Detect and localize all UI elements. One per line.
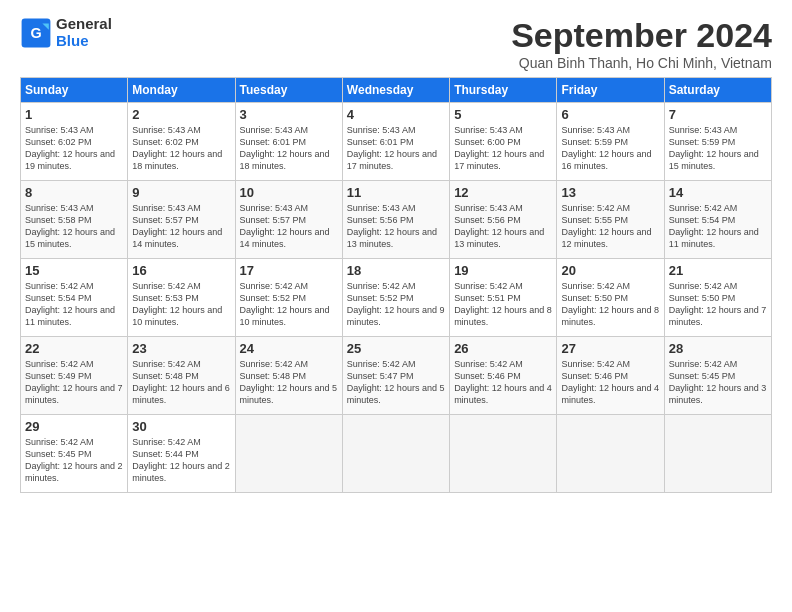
table-row: 8Sunrise: 5:43 AMSunset: 5:58 PMDaylight… [21,181,128,259]
title-area: September 2024 Quan Binh Thanh, Ho Chi M… [511,16,772,71]
day-info: Sunrise: 5:42 AMSunset: 5:52 PMDaylight:… [240,280,338,329]
table-row: 12Sunrise: 5:43 AMSunset: 5:56 PMDayligh… [450,181,557,259]
day-number: 7 [669,107,767,122]
table-row: 30Sunrise: 5:42 AMSunset: 5:44 PMDayligh… [128,415,235,493]
day-info: Sunrise: 5:43 AMSunset: 5:57 PMDaylight:… [132,202,230,251]
table-row [450,415,557,493]
day-info: Sunrise: 5:43 AMSunset: 5:58 PMDaylight:… [25,202,123,251]
svg-text:G: G [30,24,41,40]
calendar-week-row: 8Sunrise: 5:43 AMSunset: 5:58 PMDaylight… [21,181,772,259]
table-row: 15Sunrise: 5:42 AMSunset: 5:54 PMDayligh… [21,259,128,337]
day-info: Sunrise: 5:42 AMSunset: 5:46 PMDaylight:… [454,358,552,407]
day-info: Sunrise: 5:42 AMSunset: 5:55 PMDaylight:… [561,202,659,251]
table-row: 10Sunrise: 5:43 AMSunset: 5:57 PMDayligh… [235,181,342,259]
day-number: 6 [561,107,659,122]
day-info: Sunrise: 5:43 AMSunset: 5:57 PMDaylight:… [240,202,338,251]
day-number: 21 [669,263,767,278]
day-number: 24 [240,341,338,356]
day-info: Sunrise: 5:42 AMSunset: 5:46 PMDaylight:… [561,358,659,407]
day-info: Sunrise: 5:43 AMSunset: 6:00 PMDaylight:… [454,124,552,173]
day-number: 12 [454,185,552,200]
month-title: September 2024 [511,16,772,55]
table-row: 5Sunrise: 5:43 AMSunset: 6:00 PMDaylight… [450,103,557,181]
day-info: Sunrise: 5:42 AMSunset: 5:54 PMDaylight:… [25,280,123,329]
day-info: Sunrise: 5:43 AMSunset: 6:02 PMDaylight:… [25,124,123,173]
table-row [557,415,664,493]
day-info: Sunrise: 5:42 AMSunset: 5:45 PMDaylight:… [25,436,123,485]
table-row: 27Sunrise: 5:42 AMSunset: 5:46 PMDayligh… [557,337,664,415]
day-number: 19 [454,263,552,278]
day-info: Sunrise: 5:42 AMSunset: 5:51 PMDaylight:… [454,280,552,329]
day-info: Sunrise: 5:42 AMSunset: 5:48 PMDaylight:… [240,358,338,407]
col-thursday: Thursday [450,78,557,103]
day-number: 10 [240,185,338,200]
day-number: 15 [25,263,123,278]
day-info: Sunrise: 5:42 AMSunset: 5:54 PMDaylight:… [669,202,767,251]
day-info: Sunrise: 5:43 AMSunset: 6:02 PMDaylight:… [132,124,230,173]
day-number: 28 [669,341,767,356]
col-saturday: Saturday [664,78,771,103]
day-info: Sunrise: 5:43 AMSunset: 5:56 PMDaylight:… [347,202,445,251]
day-info: Sunrise: 5:43 AMSunset: 6:01 PMDaylight:… [240,124,338,173]
table-row [342,415,449,493]
day-number: 1 [25,107,123,122]
day-number: 5 [454,107,552,122]
day-number: 30 [132,419,230,434]
day-number: 18 [347,263,445,278]
logo: G GeneralBlue [20,16,112,49]
day-number: 25 [347,341,445,356]
day-number: 20 [561,263,659,278]
header-row: Sunday Monday Tuesday Wednesday Thursday… [21,78,772,103]
table-row [235,415,342,493]
table-row: 7Sunrise: 5:43 AMSunset: 5:59 PMDaylight… [664,103,771,181]
location-subtitle: Quan Binh Thanh, Ho Chi Minh, Vietnam [511,55,772,71]
table-row: 6Sunrise: 5:43 AMSunset: 5:59 PMDaylight… [557,103,664,181]
day-info: Sunrise: 5:43 AMSunset: 5:56 PMDaylight:… [454,202,552,251]
day-info: Sunrise: 5:42 AMSunset: 5:50 PMDaylight:… [669,280,767,329]
table-row: 21Sunrise: 5:42 AMSunset: 5:50 PMDayligh… [664,259,771,337]
table-row: 13Sunrise: 5:42 AMSunset: 5:55 PMDayligh… [557,181,664,259]
table-row: 9Sunrise: 5:43 AMSunset: 5:57 PMDaylight… [128,181,235,259]
calendar-week-row: 22Sunrise: 5:42 AMSunset: 5:49 PMDayligh… [21,337,772,415]
calendar-header: Sunday Monday Tuesday Wednesday Thursday… [21,78,772,103]
calendar-body: 1Sunrise: 5:43 AMSunset: 6:02 PMDaylight… [21,103,772,493]
logo-text: GeneralBlue [56,16,112,49]
calendar-table: Sunday Monday Tuesday Wednesday Thursday… [20,77,772,493]
table-row: 14Sunrise: 5:42 AMSunset: 5:54 PMDayligh… [664,181,771,259]
col-tuesday: Tuesday [235,78,342,103]
table-row: 19Sunrise: 5:42 AMSunset: 5:51 PMDayligh… [450,259,557,337]
day-number: 29 [25,419,123,434]
day-number: 17 [240,263,338,278]
table-row: 18Sunrise: 5:42 AMSunset: 5:52 PMDayligh… [342,259,449,337]
table-row: 25Sunrise: 5:42 AMSunset: 5:47 PMDayligh… [342,337,449,415]
day-info: Sunrise: 5:42 AMSunset: 5:49 PMDaylight:… [25,358,123,407]
calendar-week-row: 1Sunrise: 5:43 AMSunset: 6:02 PMDaylight… [21,103,772,181]
day-number: 22 [25,341,123,356]
day-number: 3 [240,107,338,122]
col-sunday: Sunday [21,78,128,103]
col-friday: Friday [557,78,664,103]
day-number: 14 [669,185,767,200]
header: G GeneralBlue September 2024 Quan Binh T… [20,16,772,71]
day-number: 26 [454,341,552,356]
day-number: 4 [347,107,445,122]
table-row: 4Sunrise: 5:43 AMSunset: 6:01 PMDaylight… [342,103,449,181]
col-wednesday: Wednesday [342,78,449,103]
day-number: 8 [25,185,123,200]
day-info: Sunrise: 5:42 AMSunset: 5:45 PMDaylight:… [669,358,767,407]
table-row: 22Sunrise: 5:42 AMSunset: 5:49 PMDayligh… [21,337,128,415]
day-info: Sunrise: 5:43 AMSunset: 6:01 PMDaylight:… [347,124,445,173]
day-number: 9 [132,185,230,200]
table-row: 23Sunrise: 5:42 AMSunset: 5:48 PMDayligh… [128,337,235,415]
day-info: Sunrise: 5:42 AMSunset: 5:53 PMDaylight:… [132,280,230,329]
day-number: 23 [132,341,230,356]
table-row [664,415,771,493]
table-row: 3Sunrise: 5:43 AMSunset: 6:01 PMDaylight… [235,103,342,181]
day-info: Sunrise: 5:42 AMSunset: 5:50 PMDaylight:… [561,280,659,329]
day-info: Sunrise: 5:42 AMSunset: 5:44 PMDaylight:… [132,436,230,485]
day-info: Sunrise: 5:43 AMSunset: 5:59 PMDaylight:… [669,124,767,173]
day-info: Sunrise: 5:42 AMSunset: 5:52 PMDaylight:… [347,280,445,329]
table-row: 29Sunrise: 5:42 AMSunset: 5:45 PMDayligh… [21,415,128,493]
table-row: 16Sunrise: 5:42 AMSunset: 5:53 PMDayligh… [128,259,235,337]
logo-icon: G [20,17,52,49]
